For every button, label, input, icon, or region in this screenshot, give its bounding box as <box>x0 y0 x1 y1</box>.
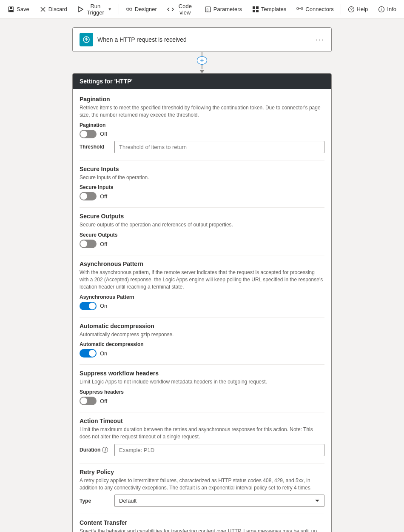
connectors-icon <box>296 6 303 13</box>
settings-panel: Settings for 'HTTP' Pagination Retrieve … <box>72 73 332 532</box>
content-transfer-desc-text: Specify the behavior and capabilities fo… <box>80 528 317 532</box>
secure-inputs-toggle-row: Off <box>80 192 324 200</box>
arrow-down-icon <box>199 70 205 73</box>
svg-marker-5 <box>79 7 83 12</box>
designer-button[interactable]: Designer <box>122 3 161 15</box>
secure-inputs-desc: Secure inputs of the operation. <box>80 174 324 181</box>
async-pattern-desc: With the asynchronous pattern, if the re… <box>80 269 324 290</box>
suppress-headers-toggle[interactable] <box>80 397 97 405</box>
parameters-button[interactable]: {} Parameters <box>200 3 246 15</box>
run-trigger-label: Run Trigger <box>85 3 105 16</box>
auto-decompress-toggle[interactable] <box>80 349 97 358</box>
run-trigger-button[interactable]: Run Trigger ▼ <box>73 0 116 18</box>
pagination-title: Pagination <box>80 96 324 103</box>
auto-decompress-desc: Automatically decompress gzip response. <box>80 331 324 338</box>
retry-type-label: Type <box>80 498 109 504</box>
threshold-input[interactable] <box>114 141 324 153</box>
async-pattern-toggle-label: Asynchronous Pattern <box>80 294 324 300</box>
retry-policy-title: Retry Policy <box>80 469 324 475</box>
async-pattern-title: Asynchronous Pattern <box>80 260 324 267</box>
toolbar-divider-1 <box>119 4 119 14</box>
content-transfer-desc: Specify the behavior and capabilities fo… <box>80 528 324 532</box>
secure-outputs-toggle[interactable] <box>80 240 97 248</box>
auto-decompress-section: Automatic decompression Automatically de… <box>80 323 324 358</box>
secure-inputs-toggle[interactable] <box>80 192 97 200</box>
async-pattern-toggle-row: On <box>80 302 324 310</box>
settings-header: Settings for 'HTTP' <box>73 74 331 89</box>
divider-8 <box>80 514 324 514</box>
async-pattern-toggle-text: On <box>100 303 107 309</box>
designer-icon <box>126 6 133 13</box>
secure-outputs-toggle-row: Off <box>80 240 324 248</box>
discard-button[interactable]: Discard <box>35 3 71 15</box>
toolbar-divider-2 <box>341 4 341 14</box>
action-timeout-section: Action Timeout Limit the maximum duratio… <box>80 418 324 456</box>
secure-outputs-toggle-label: Secure Outputs <box>80 232 324 238</box>
duration-input[interactable] <box>114 444 324 456</box>
suppress-headers-desc: Limit Logic Apps to not include workflow… <box>80 378 324 386</box>
connectors-button[interactable]: Connectors <box>292 3 338 15</box>
svg-rect-2 <box>9 10 13 12</box>
save-icon <box>8 6 14 13</box>
divider-4 <box>80 317 324 317</box>
pagination-toggle-knob <box>80 131 87 137</box>
suppress-headers-toggle-label: Suppress headers <box>80 389 324 395</box>
secure-outputs-section: Secure Outputs Secure outputs of the ope… <box>80 213 324 248</box>
trigger-more-button[interactable]: ··· <box>316 35 324 44</box>
divider-7 <box>80 463 324 463</box>
run-trigger-chevron[interactable]: ▼ <box>108 7 112 11</box>
divider-1 <box>80 160 324 160</box>
trigger-title: When a HTTP request is received <box>97 36 311 43</box>
retry-policy-desc: A retry policy applies to intermittent f… <box>80 477 324 492</box>
suppress-headers-section: Suppress workflow headers Limit Logic Ap… <box>80 370 324 405</box>
suppress-headers-title: Suppress workflow headers <box>80 370 324 377</box>
canvas: When a HTTP request is received ··· + Se… <box>0 19 404 532</box>
svg-rect-16 <box>301 8 303 9</box>
svg-rect-13 <box>253 10 255 12</box>
action-timeout-desc: Limit the maximum duration between the r… <box>80 426 324 440</box>
retry-type-select[interactable]: Default None Exponential Interval Fixed … <box>114 495 324 507</box>
secure-outputs-toggle-knob <box>80 240 87 247</box>
toolbar: Save Discard Run Trigger ▼ Designer Code… <box>0 0 404 19</box>
help-button[interactable]: ? Help <box>344 3 373 15</box>
divider-5 <box>80 364 324 365</box>
pagination-section: Pagination Retrieve items to meet the sp… <box>80 96 324 153</box>
templates-label: Templates <box>261 6 286 12</box>
discard-icon <box>40 6 46 13</box>
async-pattern-toggle[interactable] <box>80 302 97 310</box>
pagination-toggle-label: Pagination <box>80 122 324 128</box>
duration-info-icon[interactable]: i <box>102 447 108 453</box>
info-label: Info <box>387 6 396 12</box>
help-icon: ? <box>348 6 355 13</box>
threshold-row: Threshold <box>80 141 324 153</box>
secure-inputs-toggle-knob <box>80 193 87 200</box>
add-step-button[interactable]: + <box>197 56 207 65</box>
info-button[interactable]: i Info <box>374 3 401 15</box>
suppress-headers-toggle-text: Off <box>100 398 107 404</box>
connector-area: + <box>197 52 207 73</box>
retry-policy-section: Retry Policy A retry policy applies to i… <box>80 469 324 507</box>
duration-label: Duration i <box>80 447 109 453</box>
connector-line-top <box>202 52 202 56</box>
save-label: Save <box>17 6 29 12</box>
templates-button[interactable]: Templates <box>248 3 290 15</box>
content-transfer-title: Content Transfer <box>80 519 324 526</box>
svg-text:i: i <box>381 7 382 12</box>
auto-decompress-toggle-label: Automatic decompression <box>80 341 324 347</box>
async-pattern-section: Asynchronous Pattern With the asynchrono… <box>80 260 324 310</box>
discard-label: Discard <box>48 6 67 12</box>
secure-outputs-toggle-text: Off <box>100 241 107 247</box>
pagination-toggle[interactable] <box>80 130 97 138</box>
pagination-toggle-row: Off <box>80 130 324 138</box>
auto-decompress-toggle-knob <box>89 350 96 357</box>
duration-label-text: Duration <box>80 447 100 453</box>
secure-inputs-toggle-label: Secure Inputs <box>80 184 324 190</box>
save-button[interactable]: Save <box>3 3 34 15</box>
auto-decompress-toggle-row: On <box>80 349 324 358</box>
designer-label: Designer <box>135 6 157 12</box>
divider-2 <box>80 207 324 208</box>
suppress-headers-toggle-knob <box>80 398 87 404</box>
code-view-button[interactable]: Code view <box>163 0 199 18</box>
svg-rect-15 <box>297 8 299 9</box>
parameters-label: Parameters <box>213 6 242 12</box>
